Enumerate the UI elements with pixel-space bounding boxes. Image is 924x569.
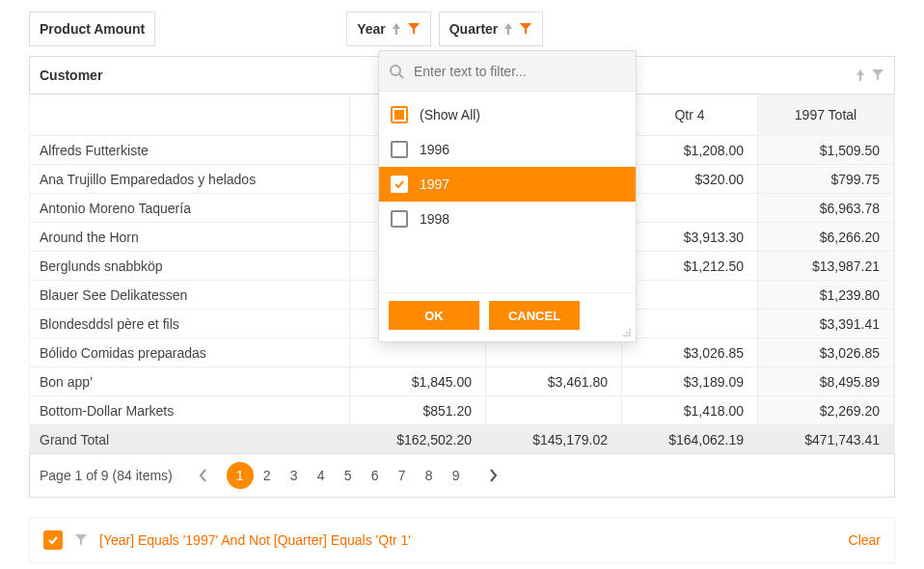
customer-name: Bólido Comidas preparadas [40,345,206,361]
cell-value: $13,987.21 [812,258,880,274]
filter-option-label: (Show All) [420,107,480,122]
filter-icon[interactable] [74,533,88,547]
cell-value: $162,502.20 [396,432,472,447]
resize-handle-icon[interactable] [622,328,632,338]
filter-search [379,51,636,92]
customer-name: Ana Trujillo Emparedados y helados [40,172,256,187]
cell-value: $3,189.09 [684,374,744,390]
pager: Page 1 of 9 (84 items) 123456789 [29,453,895,498]
table-row: Bottom-Dollar Markets$851.20$1,418.00$2,… [30,395,894,424]
filter-icon[interactable] [519,22,532,36]
customer-name: Alfreds Futterkiste [40,143,149,158]
svg-point-7 [623,335,625,337]
customer-name: Berglunds snabbköp [40,258,163,274]
sort-asc-icon[interactable] [856,69,865,81]
cell-value: $799.75 [830,172,880,187]
field-chip-quarter[interactable]: Quarter [439,12,544,46]
pager-info: Page 1 of 9 (84 items) [40,468,173,483]
pager-page-8[interactable]: 8 [416,462,443,489]
customer-name: Around the Horn [40,230,139,245]
field-label: Quarter [449,21,499,37]
row-field-label: Customer [40,68,102,83]
svg-point-6 [626,335,628,337]
pager-page-6[interactable]: 6 [362,462,389,489]
svg-point-0 [391,66,400,75]
cancel-button[interactable]: CANCEL [489,301,580,330]
customer-name: Bon app' [40,374,93,390]
pager-page-7[interactable]: 7 [389,462,416,489]
cell-value: $8,495.89 [820,374,880,390]
checkbox-checked-icon[interactable] [391,176,408,193]
column-header-qtr4[interactable]: Qtr 4 [622,95,758,135]
cell-value: $2,269.20 [820,403,880,419]
svg-point-2 [629,329,631,331]
filter-icon[interactable] [407,22,421,36]
filter-icon[interactable] [871,68,884,82]
cell-value: $1,212.50 [684,258,744,274]
customer-name: Antonio Moreno Taquería [40,201,191,216]
grand-total-label: Grand Total [40,432,109,447]
pager-page-9[interactable]: 9 [443,462,470,489]
column-header-total[interactable]: 1997 Total [758,95,894,135]
filter-bar: [Year] Equals '1997' And Not [Quarter] E… [29,517,895,563]
svg-point-4 [626,332,628,334]
filter-clear-button[interactable]: Clear [849,532,881,548]
cell-value: $1,239.80 [820,287,880,303]
filter-search-input[interactable] [414,64,626,79]
pager-page-2[interactable]: 2 [254,462,281,489]
customer-name: Blondesddsl père et fils [40,316,179,332]
checkbox-unchecked-icon[interactable] [391,141,408,158]
cell-value: $6,963.78 [820,201,880,216]
field-label: Product Amount [40,21,145,37]
checkbox-indeterminate-icon[interactable] [391,106,408,123]
cell-value: $320.00 [694,172,744,187]
cell-value: $1,418.00 [684,403,744,419]
field-chip-year[interactable]: Year [346,12,431,46]
cell-value: $3,391.41 [820,316,880,332]
checkbox-unchecked-icon[interactable] [391,210,408,228]
table-row: Bon app'$1,845.00$3,461.80$3,189.09$8,49… [30,366,894,395]
filter-option-label: 1997 [420,176,449,192]
pager-page-3[interactable]: 3 [281,462,308,489]
cell-value: $851.20 [422,403,472,419]
filter-enabled-checkbox[interactable] [43,530,63,550]
field-chip-measure[interactable]: Product Amount [29,12,155,46]
cell-value: $3,026.85 [820,345,880,361]
cell-value: $1,509.50 [820,143,880,158]
grand-total-row: Grand Total $162,502.20 $145,179.02 $164… [30,424,894,453]
filter-option[interactable]: 1996 [379,132,636,167]
customer-name: Blauer See Delikatessen [40,287,187,303]
search-icon [389,64,404,79]
customer-name: Bottom-Dollar Markets [40,403,174,419]
field-label: Year [357,21,386,37]
cell-value: $6,266.20 [820,230,880,245]
cell-value: $3,026.85 [684,345,744,361]
cell-value: $164,062.19 [668,432,744,447]
cell-value: $471,743.41 [804,432,880,447]
cell-value: $145,179.02 [532,432,608,447]
sort-asc-icon[interactable] [392,23,401,35]
cell-value: $3,461.80 [548,374,608,390]
year-filter-popover: (Show All)199619971998 OK CANCEL [378,50,637,342]
filter-option[interactable]: 1997 [379,167,636,202]
cell-value: $3,913.30 [684,230,744,245]
filter-option-label: 1998 [420,211,449,227]
pager-prev-icon[interactable] [190,462,217,489]
pager-page-5[interactable]: 5 [335,462,362,489]
ok-button[interactable]: OK [389,301,479,330]
svg-point-5 [629,335,631,337]
pager-page-1[interactable]: 1 [227,462,254,489]
pager-next-icon[interactable] [479,462,506,489]
svg-line-1 [399,74,403,78]
pager-page-4[interactable]: 4 [308,462,335,489]
filter-option[interactable]: 1998 [379,202,636,236]
filter-option-label: 1996 [420,142,449,157]
filter-expression[interactable]: [Year] Equals '1997' And Not [Quarter] E… [99,532,411,548]
sort-asc-icon[interactable] [503,23,513,35]
cell-value: $1,208.00 [684,143,744,158]
svg-point-3 [629,332,631,334]
cell-value: $1,845.00 [412,374,472,390]
filter-option[interactable]: (Show All) [379,97,636,132]
